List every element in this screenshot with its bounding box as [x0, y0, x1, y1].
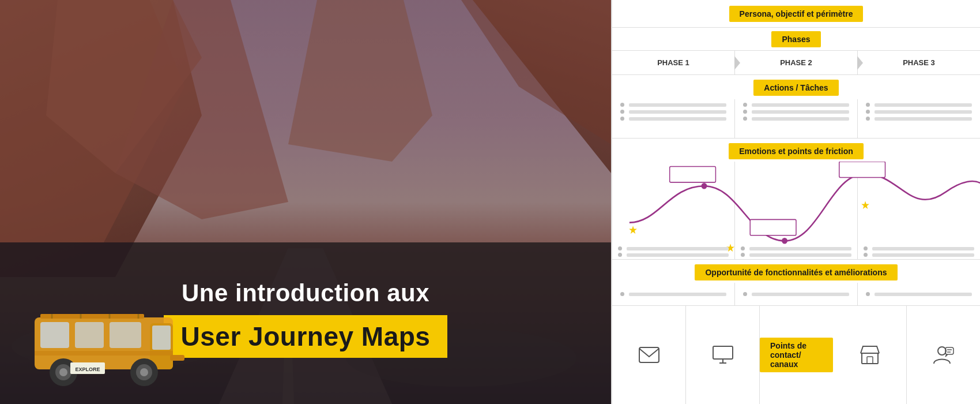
- line-bar: [875, 117, 972, 121]
- contact-badge: Points de contact/ canaux: [760, 338, 833, 372]
- opportunities-badge: Opportunité de fonctionnalités et amélio…: [695, 264, 897, 280]
- phase-1-label: PHASE 1: [657, 58, 689, 67]
- dot: [741, 246, 745, 250]
- dot: [620, 117, 624, 121]
- dot: [620, 110, 624, 114]
- line-bar: [875, 110, 972, 114]
- phase-3-col: PHASE 3: [858, 51, 980, 74]
- oppo-cell-3: [858, 283, 980, 305]
- line-bar: [752, 110, 849, 114]
- line-bar: [875, 293, 972, 296]
- svg-rect-18: [110, 322, 141, 348]
- oppo-cell-1: [612, 283, 735, 305]
- svg-rect-38: [670, 166, 716, 182]
- emotions-row: Emotions et points de friction: [612, 139, 980, 260]
- action-line: [866, 117, 972, 121]
- dot: [866, 117, 870, 121]
- svg-rect-39: [750, 219, 796, 235]
- svg-point-22: [59, 368, 67, 376]
- svg-rect-17: [75, 322, 104, 348]
- emotions-badge: Emotions et points de friction: [729, 143, 864, 159]
- dot: [620, 292, 624, 296]
- line-bar: [872, 253, 974, 257]
- line-bar: [752, 103, 849, 107]
- dot: [866, 103, 870, 107]
- actions-badge-row: Actions / Tâches: [612, 75, 980, 99]
- line-bar: [749, 247, 851, 250]
- contact-badge-cell: Points de contact/ canaux: [760, 306, 833, 404]
- svg-rect-16: [40, 322, 69, 348]
- action-line: [743, 103, 849, 107]
- actions-badge: Actions / Tâches: [753, 80, 838, 96]
- emotions-curve-area: ★ ★ ★: [612, 162, 980, 259]
- dot: [743, 103, 747, 107]
- action-line: [864, 253, 974, 257]
- line-bar: [629, 103, 726, 107]
- monitor-icon-cell: [686, 306, 760, 404]
- svg-rect-49: [867, 357, 873, 364]
- phases-header-row: Phases: [612, 28, 980, 51]
- svg-rect-48: [862, 353, 878, 364]
- dot: [866, 292, 870, 296]
- action-line: [743, 117, 849, 121]
- line-bar: [749, 253, 851, 257]
- dot: [864, 246, 868, 250]
- phase-cols-row: PHASE 1 PHASE 2 PHASE 3: [612, 51, 980, 75]
- action-line: [741, 253, 851, 257]
- svg-rect-44: [639, 347, 659, 362]
- opportunities-row: Opportunité de fonctionnalités et amélio…: [612, 260, 980, 306]
- oppo-cell-2: [735, 283, 858, 305]
- line-bar: [752, 293, 849, 296]
- svg-point-35: [702, 183, 707, 189]
- line-bar: [752, 117, 849, 121]
- svg-rect-52: [945, 347, 953, 354]
- intro-text: Une introduction aux: [182, 279, 429, 307]
- line-bar: [627, 247, 729, 250]
- line-bar: [629, 293, 726, 296]
- action-line: [618, 253, 729, 257]
- action-cell-2: [735, 99, 858, 138]
- persona-row: Persona, objectif et périmètre: [612, 0, 980, 28]
- person-chat-icon: [933, 345, 955, 365]
- svg-point-51: [938, 347, 946, 355]
- emotion-bottom-lines: [612, 244, 980, 259]
- emotion-bottom-1: [612, 244, 735, 259]
- dot: [866, 110, 870, 114]
- action-line: [620, 110, 726, 114]
- dot: [618, 253, 622, 257]
- actions-row: Actions / Tâches: [612, 75, 980, 139]
- dot: [618, 246, 622, 250]
- actions-inner: Actions / Tâches: [612, 75, 980, 138]
- phase-1-arrow: [734, 56, 740, 70]
- phase-2-col: PHASE 2: [735, 51, 858, 74]
- store-icon: [860, 345, 880, 365]
- dot: [743, 110, 747, 114]
- emotions-badge-row: Emotions et points de friction: [612, 139, 980, 162]
- actions-content: [612, 99, 980, 138]
- left-panel: Une introduction aux User Journey Maps E…: [0, 0, 611, 404]
- contact-row: Points de contact/ canaux: [612, 306, 980, 404]
- svg-rect-30: [40, 314, 144, 319]
- emotions-content: ★ ★ ★: [612, 162, 980, 259]
- action-cell-1: [612, 99, 735, 138]
- svg-point-36: [782, 238, 787, 244]
- action-cell-3: [858, 99, 980, 138]
- title-highlight: User Journey Maps: [181, 321, 431, 351]
- dot: [864, 253, 868, 257]
- svg-rect-19: [152, 326, 171, 350]
- line-bar: [872, 247, 974, 250]
- email-icon: [639, 347, 659, 363]
- emotion-bottom-2: [735, 244, 858, 259]
- action-line: [866, 110, 972, 114]
- phase-2-arrow: [857, 56, 863, 70]
- person-chat-icon-cell: [907, 306, 980, 404]
- monitor-icon: [713, 346, 733, 364]
- oppo-badge-row: Opportunité de fonctionnalités et amélio…: [612, 260, 980, 283]
- action-line: [743, 110, 849, 114]
- svg-point-25: [140, 368, 148, 376]
- dot: [741, 253, 745, 257]
- svg-rect-45: [713, 346, 733, 359]
- dot: [620, 103, 624, 107]
- line-bar: [627, 253, 729, 257]
- svg-rect-26: [170, 355, 184, 361]
